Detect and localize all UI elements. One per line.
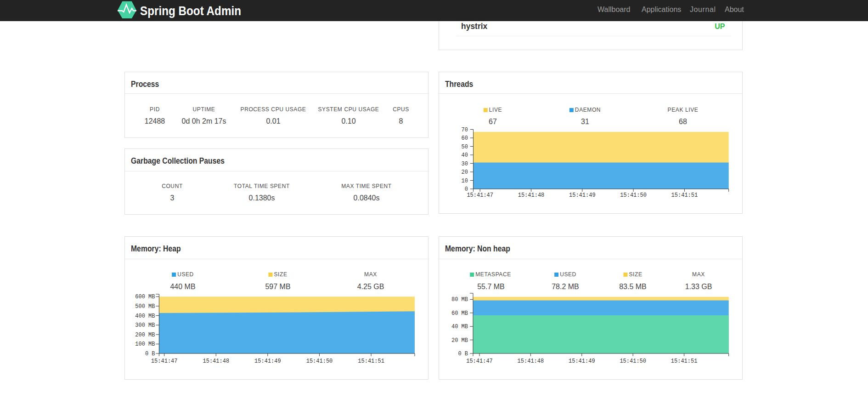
- svg-text:20 MB: 20 MB: [451, 337, 468, 344]
- svg-text:50: 50: [462, 144, 468, 150]
- svg-text:400 MB: 400 MB: [135, 313, 155, 319]
- svg-text:15:41:47: 15:41:47: [466, 358, 493, 364]
- svg-text:40 MB: 40 MB: [451, 324, 468, 330]
- svg-text:15:41:51: 15:41:51: [671, 358, 698, 364]
- svg-text:600 MB: 600 MB: [135, 294, 155, 300]
- svg-text:15:41:50: 15:41:50: [306, 358, 333, 364]
- svg-text:0: 0: [465, 186, 468, 193]
- svg-text:15:41:48: 15:41:48: [518, 358, 544, 364]
- svg-text:70: 70: [462, 127, 468, 133]
- svg-text:500 MB: 500 MB: [135, 303, 155, 310]
- svg-text:0 B: 0 B: [458, 351, 468, 357]
- svg-text:300 MB: 300 MB: [135, 322, 155, 329]
- svg-text:20: 20: [462, 169, 468, 176]
- svg-text:100 MB: 100 MB: [135, 341, 155, 347]
- svg-text:15:41:47: 15:41:47: [151, 358, 178, 364]
- svg-text:15:41:48: 15:41:48: [518, 192, 545, 199]
- svg-text:60 MB: 60 MB: [451, 310, 468, 317]
- svg-text:15:41:49: 15:41:49: [569, 358, 595, 364]
- svg-text:60: 60: [462, 135, 468, 142]
- svg-text:10: 10: [462, 178, 468, 184]
- svg-text:0 B: 0 B: [145, 351, 155, 357]
- svg-text:15:41:49: 15:41:49: [569, 192, 596, 199]
- svg-text:200 MB: 200 MB: [135, 332, 155, 338]
- svg-text:30: 30: [462, 161, 468, 167]
- svg-text:15:41:48: 15:41:48: [203, 358, 229, 364]
- svg-text:15:41:47: 15:41:47: [467, 192, 493, 199]
- svg-text:15:41:51: 15:41:51: [358, 358, 384, 364]
- svg-text:15:41:50: 15:41:50: [620, 192, 647, 199]
- svg-text:15:41:51: 15:41:51: [671, 192, 698, 199]
- svg-text:15:41:50: 15:41:50: [620, 358, 646, 364]
- svg-text:80 MB: 80 MB: [451, 296, 468, 303]
- svg-text:40: 40: [462, 152, 468, 159]
- svg-text:15:41:49: 15:41:49: [254, 358, 281, 364]
